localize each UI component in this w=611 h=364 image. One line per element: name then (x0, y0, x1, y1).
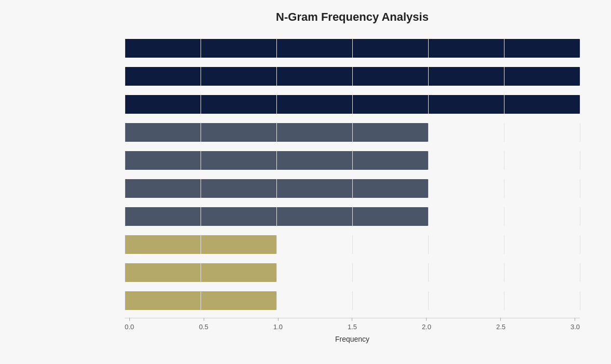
bar-row: dark web forums (125, 204, 580, 229)
bar-rect (125, 95, 580, 114)
bar-wrap (125, 263, 580, 282)
bar-wrap (125, 95, 580, 114)
bar-wrap (125, 179, 580, 198)
bar-rect (125, 207, 428, 226)
bar-row: global threat landscape (125, 36, 580, 61)
bar-row: cybercriminals target increase (125, 260, 580, 285)
bar-rect (125, 123, 428, 142)
bar-rect (125, 263, 276, 282)
bar-wrap (125, 235, 580, 254)
bar-wrap (125, 67, 580, 86)
x-tick-line (352, 318, 352, 321)
x-tick-label: 0.0 (125, 323, 134, 331)
bar-row: hash cybercriminals target (125, 232, 580, 257)
x-tick: 0.0 (125, 318, 134, 331)
bar-row: threat actors exploit (125, 176, 580, 201)
x-tick-line (129, 318, 130, 321)
chart-title: N-Gram Frequency Analysis (125, 10, 580, 24)
bar-wrap (125, 291, 580, 310)
x-tick-label: 1.5 (348, 323, 357, 331)
x-tick-line (575, 318, 575, 321)
x-tick-line (204, 318, 204, 321)
x-tick-line (500, 318, 501, 321)
x-tick-label: 1.0 (273, 323, 283, 331)
chart-inner: global threat landscapethreat landscape … (125, 34, 580, 339)
bar-row: threat landscape report (125, 64, 580, 89)
x-axis: 0.00.51.01.52.02.53.0 Frequency (125, 318, 580, 339)
bar-rect (125, 235, 276, 254)
bar-row: landscape report fortiguard (125, 120, 580, 145)
x-tick-label: 3.0 (570, 323, 580, 331)
bar-rect (125, 67, 580, 86)
x-tick-label: 2.0 (422, 323, 431, 331)
x-axis-label: Frequency (125, 335, 580, 343)
bar-wrap (125, 123, 580, 142)
bar-rect (125, 39, 580, 58)
bar-rect (125, 179, 428, 198)
x-tick-label: 2.5 (496, 323, 506, 331)
x-tick-label: 0.5 (199, 323, 208, 331)
bar-wrap (125, 207, 580, 226)
bar-row: fortiguard labs continue (125, 92, 580, 117)
bar-wrap (125, 151, 580, 170)
bar-row: report fortiguard labs (125, 148, 580, 173)
x-tick: 3.0 (570, 318, 580, 331)
x-tick: 2.0 (422, 318, 431, 331)
x-tick: 2.5 (496, 318, 506, 331)
chart-container: N-Gram Frequency Analysis global threat … (0, 0, 611, 364)
x-tick-line (278, 318, 278, 321)
x-tick: 1.0 (273, 318, 283, 331)
x-tick: 0.5 (199, 318, 208, 331)
x-ticks: 0.00.51.01.52.02.53.0 (125, 318, 580, 331)
bar-wrap (125, 39, 580, 58)
bar-row: target increase number (125, 288, 580, 313)
x-tick-line (426, 318, 427, 321)
bar-rect (125, 291, 276, 310)
bars-section: global threat landscapethreat landscape … (125, 34, 580, 315)
x-tick: 1.5 (348, 318, 357, 331)
bar-rect (125, 151, 428, 170)
